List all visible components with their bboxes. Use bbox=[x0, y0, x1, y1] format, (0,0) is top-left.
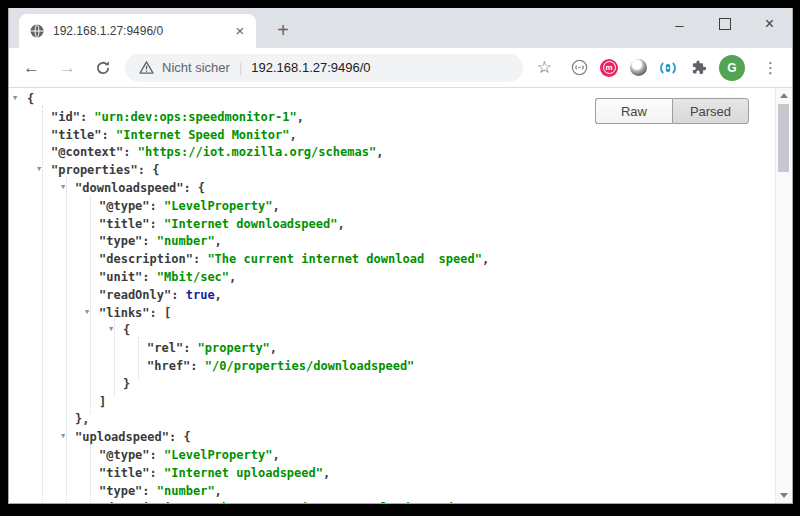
json-line: ▼"links": [ bbox=[9, 305, 775, 323]
globe-favicon-icon bbox=[29, 23, 45, 39]
json-line: }, bbox=[9, 411, 775, 429]
json-line: "rel": "property", bbox=[9, 340, 775, 358]
json-line: "unit": "Mbit/sec", bbox=[9, 269, 775, 287]
json-line: "description": "The current internet dow… bbox=[9, 251, 775, 269]
toolbar-icons: ☆ m bbox=[537, 55, 782, 81]
json-line: "title": "Internet Speed Monitor", bbox=[9, 127, 775, 145]
scroll-down-icon bbox=[780, 493, 788, 498]
chrome-menu-icon[interactable]: ⋮ bbox=[759, 59, 782, 77]
json-line: "title": "Internet downloadspeed", bbox=[9, 216, 775, 234]
new-tab-button[interactable]: + bbox=[269, 16, 297, 44]
collapse-toggle-icon[interactable]: ▼ bbox=[13, 95, 17, 102]
json-line: "@type": "LevelProperty", bbox=[9, 447, 775, 465]
collapse-toggle-icon[interactable]: ▼ bbox=[109, 326, 113, 333]
json-line: "title": "Internet uploadspeed", bbox=[9, 465, 775, 483]
json-line: } bbox=[9, 376, 775, 394]
extension-blue-braces-icon[interactable] bbox=[659, 59, 677, 77]
minimize-button[interactable]: – bbox=[657, 8, 702, 40]
json-line: "@context": "https://iot.mozilla.org/sch… bbox=[9, 144, 775, 162]
view-mode-switch: Raw Parsed bbox=[595, 98, 749, 124]
back-button[interactable]: ← bbox=[23, 59, 40, 76]
tab-strip: 192.168.1.27:9496/0 × + – × bbox=[9, 8, 792, 48]
json-tree: ▼{"id": "urn:dev:ops:speedmonitor-1","ti… bbox=[9, 88, 775, 503]
collapse-toggle-icon[interactable]: ▼ bbox=[37, 166, 41, 173]
address-bar[interactable]: Nicht sicher | 192.168.1.27:9496/0 bbox=[125, 54, 523, 82]
extensions-puzzle-icon[interactable] bbox=[689, 59, 707, 77]
profile-avatar[interactable]: G bbox=[719, 55, 745, 81]
tab-close-icon[interactable]: × bbox=[232, 23, 248, 39]
scroll-down-arrow[interactable] bbox=[776, 488, 792, 503]
scroll-up-arrow[interactable] bbox=[776, 88, 792, 103]
address-divider: | bbox=[239, 60, 242, 75]
collapse-toggle-icon[interactable]: ▼ bbox=[85, 309, 89, 316]
scroll-up-icon bbox=[780, 93, 788, 98]
collapse-toggle-icon[interactable]: ▼ bbox=[61, 184, 65, 191]
window-controls: – × bbox=[657, 8, 792, 40]
json-line: ] bbox=[9, 394, 775, 412]
vertical-scrollbar[interactable] bbox=[775, 88, 792, 503]
json-line: "@type": "LevelProperty", bbox=[9, 198, 775, 216]
json-line: "type": "number", bbox=[9, 233, 775, 251]
collapse-toggle-icon[interactable]: ▼ bbox=[61, 433, 65, 440]
maximize-icon bbox=[719, 18, 731, 30]
extension-circle-icon[interactable] bbox=[570, 59, 588, 77]
json-line: "description": "The current internet upl… bbox=[9, 500, 775, 503]
reload-icon bbox=[95, 60, 111, 76]
browser-toolbar: ← → Nicht sicher | 192.168.1.27:9496/0 ☆ bbox=[9, 48, 792, 88]
tab-title: 192.168.1.27:9496/0 bbox=[53, 24, 232, 38]
browser-window: 192.168.1.27:9496/0 × + – × ← → bbox=[8, 8, 793, 504]
json-line: "readOnly": true, bbox=[9, 287, 775, 305]
json-line: "type": "number", bbox=[9, 483, 775, 501]
extension-sphere-icon[interactable] bbox=[630, 59, 647, 76]
json-line: ▼{ bbox=[9, 322, 775, 340]
json-line: ▼"properties": { bbox=[9, 162, 775, 180]
reload-button[interactable] bbox=[95, 60, 111, 76]
browser-tab[interactable]: 192.168.1.27:9496/0 × bbox=[19, 14, 256, 48]
forward-button[interactable]: → bbox=[59, 59, 76, 76]
url-text[interactable]: 192.168.1.27:9496/0 bbox=[251, 60, 370, 75]
not-secure-warning-icon[interactable] bbox=[139, 61, 154, 74]
json-line: ▼"downloadspeed": { bbox=[9, 180, 775, 198]
scrollbar-thumb[interactable] bbox=[778, 104, 789, 172]
extension-m-letter: m bbox=[603, 61, 616, 74]
extension-m-icon[interactable]: m bbox=[600, 59, 618, 77]
bookmark-star-icon[interactable]: ☆ bbox=[537, 57, 552, 78]
page-content: ▼{"id": "urn:dev:ops:speedmonitor-1","ti… bbox=[9, 88, 792, 503]
raw-button[interactable]: Raw bbox=[595, 98, 672, 124]
maximize-button[interactable] bbox=[702, 8, 747, 40]
json-line: ▼"uploadspeed": { bbox=[9, 429, 775, 447]
json-line: "href": "/0/properties/downloadspeed" bbox=[9, 358, 775, 376]
window-close-button[interactable]: × bbox=[747, 8, 792, 40]
parsed-button[interactable]: Parsed bbox=[672, 98, 749, 124]
security-label[interactable]: Nicht sicher bbox=[162, 60, 230, 75]
